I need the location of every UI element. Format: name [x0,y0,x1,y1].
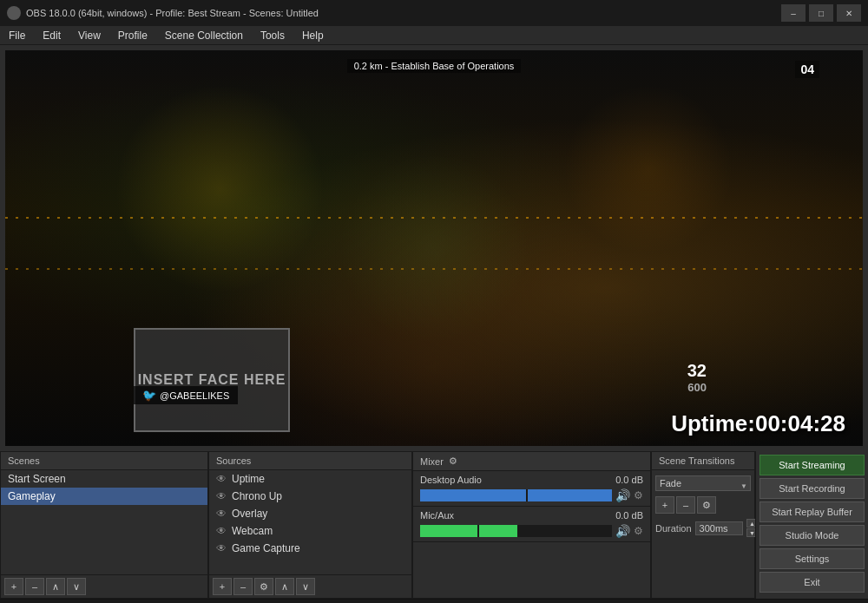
scenes-down-button[interactable]: ∨ [67,578,86,595]
exit-button[interactable]: Exit [760,572,865,593]
transition-remove-button[interactable]: – [676,496,695,514]
eye-icon: 👁 [216,525,227,537]
mixer-header: Mixer ⚙ [413,452,650,471]
scenes-up-button[interactable]: ∧ [46,578,65,595]
menu-file[interactable]: File [0,26,34,44]
controls-panel: Start Streaming Start Recording Start Re… [755,451,868,599]
settings-button[interactable]: Settings [760,548,865,569]
uptime-display: Uptime:00:04:28 [671,410,845,437]
transition-add-button[interactable]: + [655,496,674,514]
scenes-list: Start Screen Gameplay [1,470,207,574]
volume-bar-mic-left [420,525,477,537]
source-item-uptime[interactable]: 👁 Uptime [209,470,411,488]
ammo-current: 32 [687,361,707,381]
transitions-toolbar: + – ⚙ [655,496,751,514]
mixer-track-desktop-header: Desktop Audio 0.0 dB [420,475,643,485]
mixer-panel: Mixer ⚙ Desktop Audio 0.0 dB 🔊 ⚙ Mic/A [412,451,651,599]
mixer-label: Mixer [420,456,444,467]
source-item-chrono-up[interactable]: 👁 Chrono Up [209,488,411,505]
transition-select[interactable]: Cut Fade Swipe Slide [655,475,751,491]
lights-strip-1 [5,217,863,219]
source-item-game-capture[interactable]: 👁 Game Capture [209,540,411,557]
mixer-controls-desktop: 🔊 ⚙ [420,488,643,502]
mixer-track-desktop-db: 0.0 dB [615,475,643,485]
game-preview: 0.2 km - Establish Base of Operations 04… [5,50,863,446]
duration-row: Duration ▲ ▼ [655,519,751,537]
sources-remove-button[interactable]: – [233,578,253,595]
minimize-button[interactable]: – [781,4,806,22]
transitions-header: Scene Transitions [652,452,754,470]
transitions-content: Cut Fade Swipe Slide + – ⚙ Duration ▲ ▼ [652,470,754,542]
mute-icon-desktop[interactable]: 🔊 [615,488,630,502]
scenes-panel: Scenes Start Screen Gameplay + – ∧ ∨ [0,451,208,599]
mixer-settings-icon[interactable]: ⚙ [449,456,457,467]
volume-bar-left [420,489,526,501]
transition-settings-button[interactable]: ⚙ [697,496,716,514]
gear-icon-mic[interactable]: ⚙ [634,525,643,537]
preview-area: 0.2 km - Establish Base of Operations 04… [5,50,863,446]
scene-item-start-screen[interactable]: Start Screen [1,470,207,488]
sources-down-button[interactable]: ∨ [296,578,315,595]
start-recording-button[interactable]: Start Recording [760,478,865,499]
status-bar: LIVE: 00:00:00 REC: 00:00:00 CPU: 7.9%, … [0,599,868,603]
scene-item-gameplay[interactable]: Gameplay [1,488,207,505]
maximize-button[interactable]: □ [809,4,833,22]
gear-icon-desktop[interactable]: ⚙ [634,489,643,501]
source-label: Chrono Up [232,490,282,502]
mixer-track-mic-label: Mic/Aux [420,510,454,521]
source-item-overlay[interactable]: 👁 Overlay [209,505,411,522]
mute-icon-mic[interactable]: 🔊 [615,524,630,538]
menu-profile[interactable]: Profile [109,26,156,44]
title-bar: OBS 18.0.0 (64bit, windows) - Profile: B… [0,0,868,26]
menu-scene-collection[interactable]: Scene Collection [156,26,252,44]
sources-settings-button[interactable]: ⚙ [254,578,273,595]
volume-bar-desktop [420,489,612,501]
volume-bar-right [528,489,612,501]
source-item-webcam[interactable]: 👁 Webcam [209,522,411,540]
close-button[interactable]: ✕ [837,4,861,22]
start-replay-buffer-button[interactable]: Start Replay Buffer [760,501,865,522]
mixer-track-mic-db: 0.0 dB [615,510,643,521]
mixer-track-mic: Mic/Aux 0.0 dB 🔊 ⚙ [413,507,650,542]
duration-input[interactable] [695,521,743,535]
twitter-handle: @GABEELIKES [160,390,229,401]
ammo-display: 32 600 [687,361,707,394]
uptime-label: Uptime: [671,410,755,436]
source-label: Game Capture [232,542,300,554]
source-label: Webcam [232,525,273,537]
bottom-panels: Scenes Start Screen Gameplay + – ∧ ∨ Sou… [0,451,868,599]
studio-mode-button[interactable]: Studio Mode [760,525,865,546]
eye-icon: 👁 [216,542,227,554]
face-cam-box: INSERT FACE HERE [134,328,290,432]
mixer-track-desktop-label: Desktop Audio [420,475,482,485]
twitter-badge: 🐦 @GABEELIKES [134,386,238,404]
source-label: Overlay [232,508,267,520]
eye-icon: 👁 [216,490,227,502]
volume-bar-mic [420,525,612,537]
scenes-remove-button[interactable]: – [25,578,44,595]
scenes-toolbar: + – ∧ ∨ [1,574,207,598]
menu-help[interactable]: Help [293,26,332,44]
duration-label: Duration [655,523,692,534]
app-icon [7,6,21,20]
twitter-icon: 🐦 [142,389,156,402]
start-streaming-button[interactable]: Start Streaming [760,455,865,475]
scenes-add-button[interactable]: + [4,578,23,595]
hud-level: 04 [795,61,819,78]
menu-tools[interactable]: Tools [252,26,293,44]
transition-select-wrapper: Cut Fade Swipe Slide [655,475,751,496]
window-controls: – □ ✕ [781,4,861,22]
sources-list: 👁 Uptime 👁 Chrono Up 👁 Overlay 👁 Webcam … [209,470,411,574]
uptime-value: 00:04:28 [755,410,845,436]
mixer-track-mic-header: Mic/Aux 0.0 dB [420,510,643,521]
transitions-panel: Scene Transitions Cut Fade Swipe Slide +… [651,451,755,599]
sources-add-button[interactable]: + [213,578,232,595]
lights-strip-2 [5,268,863,270]
sources-panel: Sources 👁 Uptime 👁 Chrono Up 👁 Overlay 👁… [208,451,412,599]
sources-up-button[interactable]: ∧ [275,578,294,595]
menu-view[interactable]: View [69,26,109,44]
scenes-header: Scenes [1,452,207,470]
menu-bar: File Edit View Profile Scene Collection … [0,26,868,45]
menu-edit[interactable]: Edit [34,26,69,44]
eye-icon: 👁 [216,473,227,485]
